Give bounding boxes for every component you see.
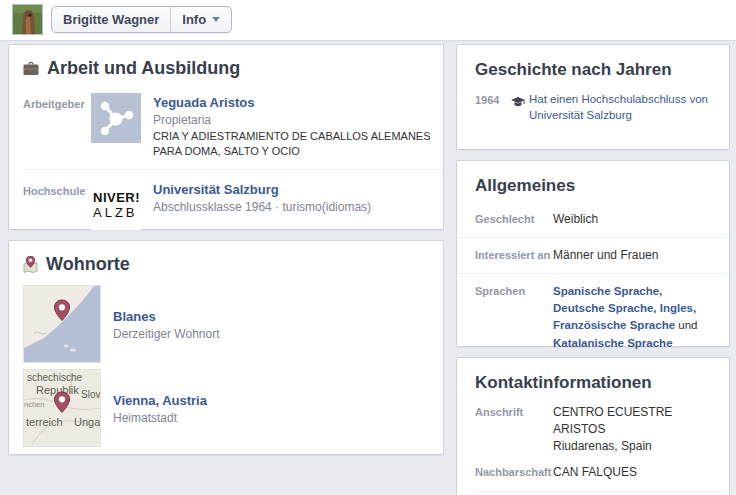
austria-map: schechische Republik Slov nchen terreich… <box>24 370 100 446</box>
language-separator: , <box>693 302 696 314</box>
history-card-title: Geschichte nach Jahren <box>457 45 729 86</box>
employer-row: Arbeitgeber Yeguada Aristos Propietaria … <box>9 87 443 165</box>
language-link[interactable]: Deutsche Sprache <box>553 302 653 314</box>
history-event-link[interactable]: Hat einen Hochschulabschluss von Univers… <box>529 92 713 123</box>
employer-role: Propietaria <box>153 113 431 127</box>
college-thumbnail[interactable]: NIVER! ALZB <box>91 180 141 230</box>
current-city-link[interactable]: Blanes <box>113 309 156 324</box>
map-label: schechische <box>27 372 82 383</box>
work-card-header: Arbeit und Ausbildung <box>9 45 443 87</box>
history-year: 1964 <box>475 92 511 123</box>
employer-thumbnail[interactable] <box>91 93 141 143</box>
employer-description: CRIA Y ADIESTRAMIENTO DE CABALLOS ALEMAN… <box>153 129 431 159</box>
network-icon <box>91 93 141 143</box>
contact-card-title: Kontaktinformationen <box>457 358 729 399</box>
hometown-meta: Heimatstadt <box>113 411 207 425</box>
college-label: Hochschule <box>23 180 91 230</box>
map-label-clipped: Region <box>56 444 91 446</box>
college-logo-text-1: NIVER! <box>93 190 141 205</box>
about-card: Allgemeines Geschlecht Weiblich Interess… <box>456 160 730 347</box>
neighborhood-label: Nachbarschaft <box>475 464 553 481</box>
contact-card: Kontaktinformationen Anschrift CENTRO EC… <box>456 357 730 495</box>
gender-label: Geschlecht <box>475 211 553 228</box>
language-link[interactable]: Spanische Sprache <box>553 285 659 297</box>
college-logo-text-2: ALZB <box>93 205 141 220</box>
gender-row: Geschlecht Weiblich <box>457 202 729 237</box>
college-details: Universität Salzburg Abschlussklasse 196… <box>153 180 371 230</box>
language-link[interactable]: Katalanische Sprache <box>553 337 673 349</box>
map-label: Slov <box>81 389 100 400</box>
current-city-details: Blanes Derzeitiger Wohnort <box>113 285 220 363</box>
employer-label: Arbeitgeber <box>23 93 91 159</box>
work-card-title: Arbeit und Ausbildung <box>47 58 240 79</box>
college-row: Hochschule NIVER! ALZB Universität Salzb… <box>9 174 443 236</box>
interested-row: Interessiert an Männer und Frauen <box>457 237 729 273</box>
row-divider <box>23 169 443 170</box>
work-education-card: Arbeit und Ausbildung Arbeitgeber Yeguad… <box>8 44 444 230</box>
info-tab-label: Info <box>182 12 206 27</box>
map-pin-icon <box>23 256 38 273</box>
hometown-row: schechische Republik Slov nchen terreich… <box>9 367 443 449</box>
profile-avatar[interactable] <box>12 4 43 35</box>
briefcase-icon <box>23 61 39 76</box>
address-value: CENTRO ECUESTRE ARISTOS Riudarenas, Spai… <box>553 404 715 454</box>
language-link[interactable]: Französische Sprache <box>553 319 675 331</box>
language-link[interactable]: Ingles <box>660 302 693 314</box>
employer-details: Yeguada Aristos Propietaria CRIA Y ADIES… <box>153 93 431 159</box>
profile-nav: Brigitte Wagner Info <box>51 6 232 33</box>
blanes-map-thumbnail[interactable] <box>23 285 101 363</box>
places-card-header: Wohnorte <box>9 241 443 283</box>
neighborhood-value: CAN FALQUES <box>553 464 637 481</box>
coastal-map <box>24 286 100 362</box>
address-line-1: CENTRO ECUESTRE ARISTOS <box>553 404 715 438</box>
gender-value: Weiblich <box>553 211 598 228</box>
college-meta: Abschlussklasse 1964 · turismo(idiomas) <box>153 200 371 214</box>
address-line-2: Riudarenas, Spain <box>553 438 715 455</box>
address-row: Anschrift CENTRO ECUESTRE ARISTOS Riudar… <box>457 399 729 459</box>
languages-value: Spanische Sprache, Deutsche Sprache, Ing… <box>553 283 713 352</box>
horse-photo <box>13 5 42 34</box>
top-bar: Brigitte Wagner Info <box>0 0 736 41</box>
profile-name-label: Brigitte Wagner <box>63 12 159 27</box>
language-separator: , <box>659 285 662 297</box>
current-city-meta: Derzeitiger Wohnort <box>113 327 220 341</box>
map-label: nchen <box>24 400 44 409</box>
profile-name-button[interactable]: Brigitte Wagner <box>52 7 170 32</box>
vienna-map-thumbnail[interactable]: schechische Republik Slov nchen terreich… <box>23 369 101 447</box>
languages-label: Sprachen <box>475 283 553 352</box>
chevron-down-icon <box>212 17 220 22</box>
places-card-title: Wohnorte <box>46 254 130 275</box>
interested-label: Interessiert an <box>475 247 553 264</box>
current-city-row: Blanes Derzeitiger Wohnort <box>9 283 443 365</box>
graduation-cap-icon <box>511 92 529 123</box>
employer-link[interactable]: Yeguada Aristos <box>153 95 254 110</box>
college-link[interactable]: Universität Salzburg <box>153 182 279 197</box>
address-label: Anschrift <box>475 404 553 454</box>
info-tab-button[interactable]: Info <box>170 7 231 32</box>
map-label: Unga <box>74 416 100 428</box>
history-card: Geschichte nach Jahren 1964 Hat einen Ho… <box>456 44 730 150</box>
hometown-details: Vienna, Austria Heimatstadt <box>113 369 207 447</box>
language-conjunction: und <box>675 319 697 331</box>
places-card: Wohnorte Blanes Derzeitiger Wohnort <box>8 240 444 455</box>
about-card-title: Allgemeines <box>457 161 729 202</box>
hometown-link[interactable]: Vienna, Austria <box>113 393 207 408</box>
map-label: terreich <box>26 416 63 428</box>
neighborhood-row: Nachbarschaft CAN FALQUES <box>457 459 729 486</box>
interested-value: Männer und Frauen <box>553 247 658 264</box>
history-row: 1964 Hat einen Hochschulabschluss von Un… <box>457 86 729 123</box>
row-divider <box>475 491 729 492</box>
languages-row: Sprachen Spanische Sprache, Deutsche Spr… <box>457 273 729 361</box>
